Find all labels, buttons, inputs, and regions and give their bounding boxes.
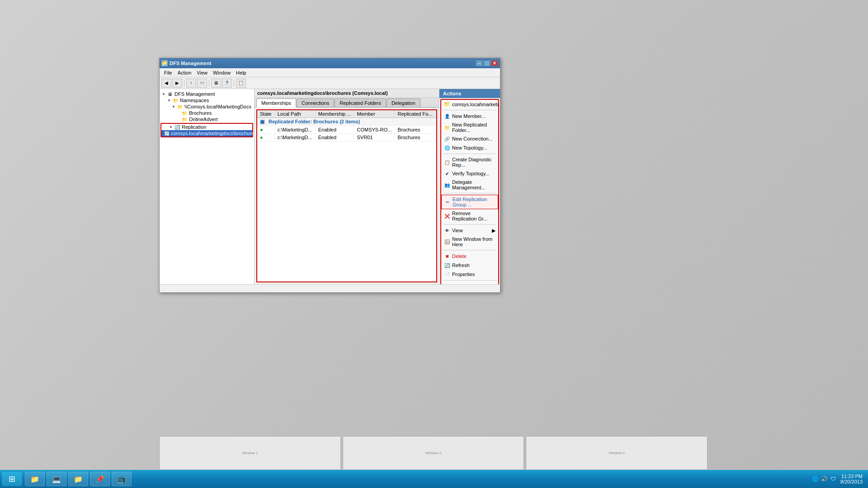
thumbnail-3[interactable]: Window 3 <box>526 436 708 470</box>
verify-icon: ✔ <box>444 170 450 177</box>
action-properties[interactable]: 📄 Properties <box>441 270 498 279</box>
action-verify-topology[interactable]: ✔ Verify Topology... <box>441 169 498 178</box>
cell-state-2: ● <box>257 134 274 141</box>
delete-icon: ✖ <box>444 253 450 259</box>
action-create-diagnostic[interactable]: 📋 Create Diagnostic Rep... <box>441 155 498 169</box>
diagnostic-icon: 📋 <box>444 159 450 165</box>
right-panel: comsys.local\marketingdocs\brochures (Co… <box>255 89 439 284</box>
tree-node-replication-group[interactable]: 🔄 comsys.local\marketingdocs\brochures <box>161 130 252 136</box>
toolbar: ◀ ▶ ↑ ↑↑ 🖥 ? 📋 <box>160 77 500 89</box>
action-delete[interactable]: ✖ Delete <box>441 252 498 261</box>
taskbar-files[interactable]: 📁 <box>68 472 88 486</box>
actions-section-icon: 📁 <box>444 101 450 107</box>
view-submenu-arrow: ▶ <box>492 228 495 234</box>
taskbar-pin[interactable]: 📌 <box>90 472 110 486</box>
expand-onlineadvert[interactable] <box>176 117 180 122</box>
thumbnail-2[interactable]: Window 2 <box>343 436 524 470</box>
close-button[interactable]: ✕ <box>491 60 498 66</box>
cell-localpath-1: c:\MarketingD... <box>274 126 315 134</box>
action-properties-label: Properties <box>452 272 475 277</box>
up-button[interactable]: ↑ <box>186 79 196 88</box>
cell-member-1: COMSYS-RO... <box>354 126 395 134</box>
action-new-window-label: New Window from Here <box>452 236 495 247</box>
menu-action[interactable]: Action <box>175 69 194 76</box>
tab-memberships[interactable]: Memberships <box>256 99 296 108</box>
action-new-member-label: New Member... <box>452 113 486 119</box>
menu-window[interactable]: Window <box>210 69 233 76</box>
col-state: State <box>257 110 274 118</box>
tab-connections[interactable]: Connections <box>297 99 334 107</box>
tree-node-replication[interactable]: ▼ 🔄 Replication <box>161 124 252 130</box>
expand-namespaces[interactable]: ▼ <box>167 98 171 103</box>
toolbar-sep-3 <box>234 80 234 87</box>
replication-outline: ▼ 🔄 Replication 🔄 comsys.local\marketing… <box>160 123 253 137</box>
expand-replication[interactable]: ▼ <box>169 125 173 129</box>
tree-node-marketingdocs[interactable]: ▼ 📁 \\Comsys.local\MarketingDocs <box>160 103 254 110</box>
detail-header-text: comsys.local\marketingdocs\brochures (Co… <box>257 90 388 96</box>
action-edit-replication[interactable]: ✏ Edit Replication Group ... <box>441 195 498 209</box>
title-bar-left: 📁 DFS Management <box>161 60 211 66</box>
action-refresh[interactable]: 🔄 Refresh <box>441 261 498 270</box>
cell-membership-2: Enabled <box>315 134 354 141</box>
action-new-connection-label: New Connection... <box>452 136 493 141</box>
action-new-window[interactable]: 🪟 New Window from Here <box>441 235 498 249</box>
cell-membership-1: Enabled <box>315 126 354 134</box>
properties-toolbar-button[interactable]: 📋 <box>236 79 246 88</box>
window-icon: 📁 <box>161 60 168 66</box>
taskbar-media[interactable]: 📺 <box>112 472 132 486</box>
new-member-icon: 👤 <box>444 113 450 119</box>
expand-brochures[interactable] <box>176 111 180 115</box>
show-hide-button[interactable]: 🖥 <box>211 79 221 88</box>
group-label: ▣ Replicated Folder: Brochures (2 items) <box>257 118 437 126</box>
action-new-topology-label: New Topology... <box>452 145 487 150</box>
actions-sep-3 <box>443 224 496 225</box>
tree-node-onlineadvert[interactable]: 📁 OnlineAdvert <box>160 116 254 122</box>
up2-button[interactable]: ↑↑ <box>197 79 207 88</box>
view-icon: 👁 <box>444 227 450 234</box>
refresh-icon: 🔄 <box>444 262 450 268</box>
expand-marketingdocs[interactable]: ▼ <box>171 104 176 109</box>
action-new-topology[interactable]: 🌐 New Topology... <box>441 143 498 152</box>
main-window: 📁 DFS Management ─ □ ✕ File Action View … <box>159 58 500 293</box>
new-connection-icon: 🔗 <box>444 136 450 142</box>
start-button[interactable]: ⊞ <box>2 472 22 486</box>
expand-root[interactable]: ▼ <box>161 92 166 96</box>
detail-header: comsys.local\marketingdocs\brochures (Co… <box>255 89 439 98</box>
root-icon: 🖥 <box>167 91 173 97</box>
taskbar-explorer[interactable]: 📁 <box>25 472 45 486</box>
taskbar-clock[interactable]: 11:23 PM 8/20/2013 <box>840 474 863 484</box>
tab-replicated-folders[interactable]: Replicated Folders <box>335 99 386 107</box>
action-remove-replication[interactable]: ❌ Remove Replication Gr... <box>441 209 498 223</box>
tree-node-namespaces[interactable]: ▼ 📁 Namespaces <box>160 97 254 103</box>
action-new-replicated-folder[interactable]: 📁 New Replicated Folder... <box>441 121 498 134</box>
help-toolbar-button[interactable]: ? <box>222 79 232 88</box>
action-verify-label: Verify Topology... <box>452 171 490 176</box>
menu-help[interactable]: Help <box>233 69 249 76</box>
thumbnail-1[interactable]: Window 1 <box>159 436 341 470</box>
window-title: DFS Management <box>170 61 211 66</box>
table-row[interactable]: ● c:\MarketingD... Enabled SVR01 Brochur… <box>257 134 437 141</box>
menu-file[interactable]: File <box>161 69 175 76</box>
onlineadvert-icon: 📁 <box>181 117 188 122</box>
action-delegate-management[interactable]: 👥 Delegate Management... <box>441 178 498 192</box>
tray-security[interactable]: 🛡 <box>830 475 837 483</box>
action-remove-rep-label: Remove Replication Gr... <box>452 211 495 221</box>
action-new-member[interactable]: 👤 New Member... <box>441 112 498 121</box>
maximize-button[interactable]: □ <box>483 60 491 66</box>
back-button[interactable]: ◀ <box>161 79 171 88</box>
table-row[interactable]: ● c:\MarketingD... Enabled COMSYS-RO... … <box>257 126 437 134</box>
action-view-label: View <box>452 228 463 233</box>
tray-volume[interactable]: 🔊 <box>821 475 828 483</box>
tree-rep-group-label: comsys.local\marketingdocs\brochures <box>171 131 255 136</box>
action-new-connection[interactable]: 🔗 New Connection... <box>441 134 498 143</box>
action-view[interactable]: 👁 View ▶ <box>441 226 498 235</box>
minimize-button[interactable]: ─ <box>476 60 483 66</box>
tree-node-brochures[interactable]: 📁 Brochures <box>160 110 254 116</box>
tab-delegation[interactable]: Delegation <box>387 99 420 107</box>
tree-node-root[interactable]: ▼ 🖥 DFS Management <box>160 91 254 97</box>
col-localpath: Local Path <box>274 110 315 118</box>
menu-view[interactable]: View <box>194 69 210 76</box>
tray-network[interactable]: 🌐 <box>811 475 819 483</box>
forward-button[interactable]: ▶ <box>172 79 182 88</box>
taskbar-powershell[interactable]: 💻 <box>47 472 66 486</box>
